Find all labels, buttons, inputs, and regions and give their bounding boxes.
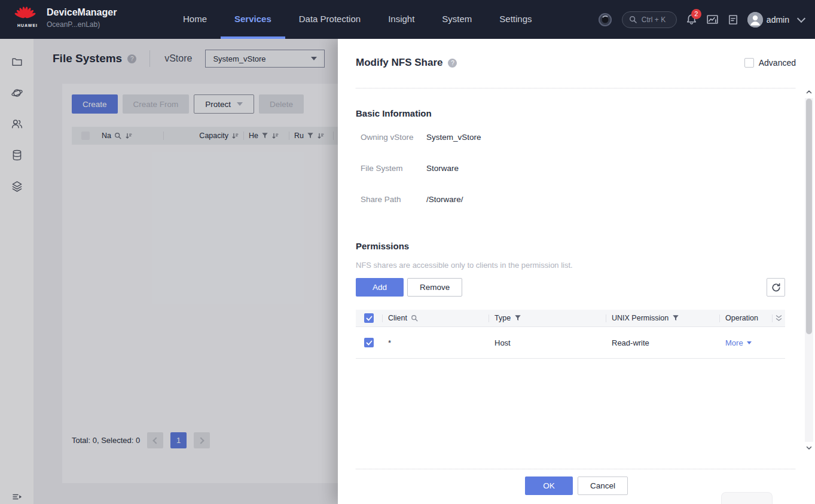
huawei-logo-text: HUAWEI bbox=[14, 23, 41, 28]
event-log-icon[interactable] bbox=[728, 14, 738, 25]
nav-settings[interactable]: Settings bbox=[486, 0, 545, 39]
field-share-path: Share Path /Storware/ bbox=[361, 195, 463, 204]
notification-badge: 2 bbox=[691, 9, 701, 19]
performance-alert-icon[interactable] bbox=[706, 14, 719, 25]
user-menu[interactable]: admin bbox=[747, 12, 789, 28]
username: admin bbox=[767, 15, 789, 25]
cancel-button[interactable]: Cancel bbox=[578, 476, 628, 495]
drawer-scrollbar[interactable] bbox=[804, 88, 814, 451]
drawer-title: Modify NFS Share bbox=[356, 57, 442, 69]
column-settings-icon[interactable] bbox=[772, 310, 785, 326]
nav-services[interactable]: Services bbox=[221, 0, 285, 39]
floating-widget[interactable] bbox=[721, 492, 773, 504]
help-icon[interactable] bbox=[448, 59, 457, 68]
scroll-down-icon[interactable] bbox=[805, 444, 813, 451]
ok-button[interactable]: OK bbox=[525, 476, 573, 495]
nav-data-protection[interactable]: Data Protection bbox=[285, 0, 374, 39]
column-unix-permission[interactable]: UNIX Permission bbox=[606, 310, 719, 326]
advanced-label: Advanced bbox=[759, 58, 796, 68]
field-file-system: File System Storware bbox=[361, 164, 459, 173]
brand: HUAWEI DeviceManager OceanP...enLab) bbox=[14, 5, 117, 29]
basic-information-heading: Basic Information bbox=[356, 108, 432, 118]
user-chevron-down-icon[interactable] bbox=[798, 18, 804, 22]
more-actions-link[interactable]: More bbox=[725, 338, 752, 347]
scroll-up-icon[interactable] bbox=[805, 88, 813, 96]
permissions-hint: NFS shares are accessible only to client… bbox=[356, 261, 573, 270]
search-icon bbox=[629, 16, 637, 24]
filter-icon[interactable] bbox=[514, 314, 521, 322]
permission-row[interactable]: * Host Read-write More bbox=[356, 327, 785, 359]
divider bbox=[356, 88, 795, 88]
advanced-toggle[interactable]: Advanced bbox=[744, 58, 796, 68]
active-tab-underline bbox=[221, 36, 285, 39]
device-status-icon[interactable] bbox=[597, 12, 613, 28]
nav-system[interactable]: System bbox=[428, 0, 486, 39]
column-client[interactable]: Client bbox=[382, 310, 489, 326]
field-owning-vstore: Owning vStore System_vStore bbox=[361, 133, 481, 142]
cell-client: * bbox=[382, 327, 489, 358]
notifications-bell-icon[interactable]: 2 bbox=[686, 14, 697, 25]
device-name: OceanP...enLab) bbox=[47, 20, 117, 29]
filter-icon[interactable] bbox=[672, 314, 679, 322]
nav-insight[interactable]: Insight bbox=[374, 0, 428, 39]
app-title: DeviceManager bbox=[47, 7, 117, 18]
add-button[interactable]: Add bbox=[356, 278, 404, 297]
scrollbar-thumb[interactable] bbox=[806, 99, 812, 334]
user-avatar-icon bbox=[747, 12, 763, 28]
refresh-button[interactable] bbox=[767, 278, 785, 297]
search-icon[interactable] bbox=[411, 314, 419, 322]
modal-overlay bbox=[0, 39, 338, 504]
refresh-icon bbox=[771, 283, 781, 292]
permissions-heading: Permissions bbox=[356, 241, 409, 251]
advanced-checkbox[interactable] bbox=[744, 58, 754, 68]
search-shortcut: Ctrl + K bbox=[642, 16, 666, 24]
select-all-checkbox[interactable] bbox=[364, 313, 374, 323]
remove-button[interactable]: Remove bbox=[407, 278, 462, 297]
main-nav: Home Services Data Protection Insight Sy… bbox=[169, 0, 546, 39]
cell-unix-permission: Read-write bbox=[606, 327, 719, 358]
row-checkbox[interactable] bbox=[364, 338, 374, 347]
permissions-table: Client Type UNIX Permission Operation * … bbox=[356, 310, 785, 359]
huawei-logo-icon bbox=[14, 5, 41, 23]
nav-home[interactable]: Home bbox=[169, 0, 221, 39]
permissions-table-header: Client Type UNIX Permission Operation bbox=[356, 310, 785, 327]
modify-nfs-share-drawer: Modify NFS Share Advanced Basic Informat… bbox=[338, 39, 815, 504]
dropdown-caret-icon bbox=[747, 341, 752, 344]
column-operation[interactable]: Operation bbox=[719, 310, 772, 326]
divider bbox=[356, 469, 795, 469]
cell-type: Host bbox=[489, 327, 606, 358]
topbar: HUAWEI DeviceManager OceanP...enLab) Hom… bbox=[0, 0, 815, 39]
global-search[interactable]: Ctrl + K bbox=[622, 11, 677, 28]
column-type[interactable]: Type bbox=[489, 310, 606, 326]
